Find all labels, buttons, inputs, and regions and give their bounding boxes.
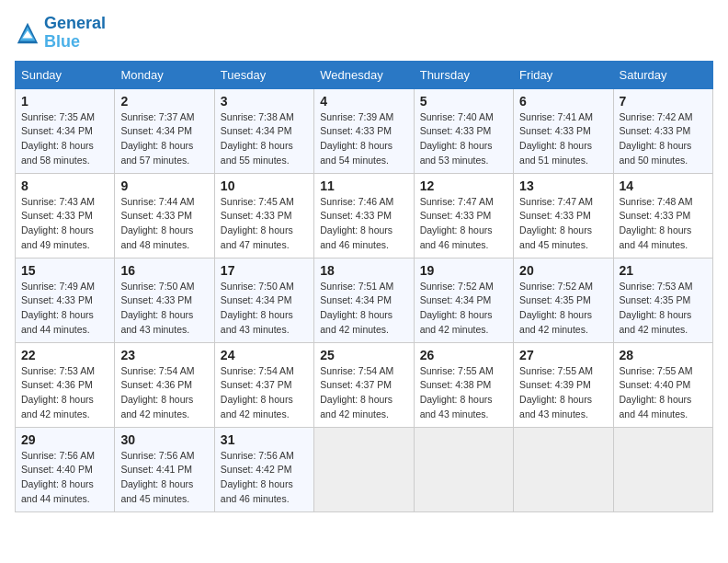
day-number: 30 xyxy=(120,432,208,447)
day-cell-11: 11 Sunrise: 7:46 AMSunset: 4:33 PMDaylig… xyxy=(314,173,414,258)
day-number: 19 xyxy=(420,263,507,278)
day-cell-26: 26 Sunrise: 7:55 AMSunset: 4:38 PMDaylig… xyxy=(414,342,513,427)
day-number: 21 xyxy=(620,263,707,278)
day-detail: Sunrise: 7:35 AMSunset: 4:34 PMDaylight:… xyxy=(21,111,95,166)
day-number: 4 xyxy=(320,94,407,109)
day-number: 6 xyxy=(519,94,607,109)
day-cell-15: 15 Sunrise: 7:49 AMSunset: 4:33 PMDaylig… xyxy=(16,258,115,342)
day-cell-23: 23 Sunrise: 7:54 AMSunset: 4:36 PMDaylig… xyxy=(115,342,214,427)
day-number: 12 xyxy=(420,178,507,193)
empty-cell xyxy=(414,427,513,511)
day-detail: Sunrise: 7:50 AMSunset: 4:34 PMDaylight:… xyxy=(221,281,294,335)
day-number: 1 xyxy=(21,94,108,109)
day-cell-28: 28 Sunrise: 7:55 AMSunset: 4:40 PMDaylig… xyxy=(613,342,712,427)
day-cell-9: 9 Sunrise: 7:44 AMSunset: 4:33 PMDayligh… xyxy=(115,173,214,258)
day-detail: Sunrise: 7:39 AMSunset: 4:33 PMDaylight:… xyxy=(320,111,393,166)
day-detail: Sunrise: 7:54 AMSunset: 4:37 PMDaylight:… xyxy=(221,365,294,419)
day-number: 8 xyxy=(21,178,108,193)
day-detail: Sunrise: 7:49 AMSunset: 4:33 PMDaylight:… xyxy=(21,281,95,335)
day-number: 20 xyxy=(519,263,607,278)
day-detail: Sunrise: 7:50 AMSunset: 4:33 PMDaylight:… xyxy=(120,281,194,335)
day-detail: Sunrise: 7:40 AMSunset: 4:33 PMDaylight:… xyxy=(420,111,494,166)
header-cell-thursday: Thursday xyxy=(414,61,513,88)
week-row-1: 1 Sunrise: 7:35 AMSunset: 4:34 PMDayligh… xyxy=(16,88,713,173)
day-cell-17: 17 Sunrise: 7:50 AMSunset: 4:34 PMDaylig… xyxy=(214,258,313,342)
calendar-header: SundayMondayTuesdayWednesdayThursdayFrid… xyxy=(16,61,713,88)
day-detail: Sunrise: 7:43 AMSunset: 4:33 PMDaylight:… xyxy=(21,196,95,250)
header-cell-friday: Friday xyxy=(514,61,613,88)
day-cell-6: 6 Sunrise: 7:41 AMSunset: 4:33 PMDayligh… xyxy=(514,88,613,173)
day-detail: Sunrise: 7:47 AMSunset: 4:33 PMDaylight:… xyxy=(519,196,593,250)
day-cell-22: 22 Sunrise: 7:53 AMSunset: 4:36 PMDaylig… xyxy=(16,342,115,427)
day-detail: Sunrise: 7:53 AMSunset: 4:36 PMDaylight:… xyxy=(21,365,95,419)
day-detail: Sunrise: 7:55 AMSunset: 4:40 PMDaylight:… xyxy=(620,365,693,419)
day-cell-29: 29 Sunrise: 7:56 AMSunset: 4:40 PMDaylig… xyxy=(16,427,115,511)
day-number: 25 xyxy=(320,348,407,362)
day-detail: Sunrise: 7:44 AMSunset: 4:33 PMDaylight:… xyxy=(120,196,194,250)
day-number: 5 xyxy=(420,94,507,109)
day-detail: Sunrise: 7:55 AMSunset: 4:39 PMDaylight:… xyxy=(519,365,593,419)
day-cell-14: 14 Sunrise: 7:48 AMSunset: 4:33 PMDaylig… xyxy=(613,173,712,258)
week-row-3: 15 Sunrise: 7:49 AMSunset: 4:33 PMDaylig… xyxy=(16,258,713,342)
day-number: 27 xyxy=(519,348,607,362)
day-cell-20: 20 Sunrise: 7:52 AMSunset: 4:35 PMDaylig… xyxy=(514,258,613,342)
day-cell-31: 31 Sunrise: 7:56 AMSunset: 4:42 PMDaylig… xyxy=(214,427,313,511)
day-detail: Sunrise: 7:51 AMSunset: 4:34 PMDaylight:… xyxy=(320,281,393,335)
day-number: 7 xyxy=(620,94,707,109)
day-cell-1: 1 Sunrise: 7:35 AMSunset: 4:34 PMDayligh… xyxy=(16,88,115,173)
day-detail: Sunrise: 7:55 AMSunset: 4:38 PMDaylight:… xyxy=(420,365,494,419)
empty-cell xyxy=(314,427,414,511)
day-detail: Sunrise: 7:54 AMSunset: 4:36 PMDaylight:… xyxy=(120,365,194,419)
day-detail: Sunrise: 7:45 AMSunset: 4:33 PMDaylight:… xyxy=(221,196,294,250)
day-number: 9 xyxy=(120,178,208,193)
day-detail: Sunrise: 7:48 AMSunset: 4:33 PMDaylight:… xyxy=(620,196,693,250)
empty-cell xyxy=(514,427,613,511)
day-number: 16 xyxy=(120,263,208,278)
day-detail: Sunrise: 7:41 AMSunset: 4:33 PMDaylight:… xyxy=(519,111,593,166)
day-number: 29 xyxy=(21,432,108,447)
day-detail: Sunrise: 7:56 AMSunset: 4:42 PMDaylight:… xyxy=(221,450,294,504)
day-cell-30: 30 Sunrise: 7:56 AMSunset: 4:41 PMDaylig… xyxy=(115,427,214,511)
day-number: 26 xyxy=(420,348,507,362)
day-cell-3: 3 Sunrise: 7:38 AMSunset: 4:34 PMDayligh… xyxy=(214,88,313,173)
day-cell-8: 8 Sunrise: 7:43 AMSunset: 4:33 PMDayligh… xyxy=(16,173,115,258)
logo-icon xyxy=(15,20,40,46)
day-detail: Sunrise: 7:46 AMSunset: 4:33 PMDaylight:… xyxy=(320,196,393,250)
header-cell-tuesday: Tuesday xyxy=(214,61,313,88)
header-cell-monday: Monday xyxy=(115,61,214,88)
week-row-5: 29 Sunrise: 7:56 AMSunset: 4:40 PMDaylig… xyxy=(16,427,713,511)
day-number: 11 xyxy=(320,178,407,193)
day-detail: Sunrise: 7:37 AMSunset: 4:34 PMDaylight:… xyxy=(120,111,194,166)
day-cell-16: 16 Sunrise: 7:50 AMSunset: 4:33 PMDaylig… xyxy=(115,258,214,342)
day-number: 17 xyxy=(221,263,308,278)
day-detail: Sunrise: 7:54 AMSunset: 4:37 PMDaylight:… xyxy=(320,365,393,419)
day-cell-12: 12 Sunrise: 7:47 AMSunset: 4:33 PMDaylig… xyxy=(414,173,513,258)
day-number: 23 xyxy=(120,348,208,362)
day-cell-13: 13 Sunrise: 7:47 AMSunset: 4:33 PMDaylig… xyxy=(514,173,613,258)
empty-cell xyxy=(613,427,712,511)
day-number: 22 xyxy=(21,348,108,362)
day-detail: Sunrise: 7:52 AMSunset: 4:35 PMDaylight:… xyxy=(519,281,593,335)
calendar-body: 1 Sunrise: 7:35 AMSunset: 4:34 PMDayligh… xyxy=(16,88,713,511)
day-detail: Sunrise: 7:42 AMSunset: 4:33 PMDaylight:… xyxy=(620,111,693,166)
day-detail: Sunrise: 7:56 AMSunset: 4:41 PMDaylight:… xyxy=(120,450,194,504)
day-number: 10 xyxy=(221,178,308,193)
day-number: 31 xyxy=(221,432,308,447)
day-cell-18: 18 Sunrise: 7:51 AMSunset: 4:34 PMDaylig… xyxy=(314,258,414,342)
day-number: 15 xyxy=(21,263,108,278)
header-row: SundayMondayTuesdayWednesdayThursdayFrid… xyxy=(16,61,713,88)
day-cell-4: 4 Sunrise: 7:39 AMSunset: 4:33 PMDayligh… xyxy=(314,88,414,173)
header-cell-sunday: Sunday xyxy=(16,61,115,88)
day-cell-5: 5 Sunrise: 7:40 AMSunset: 4:33 PMDayligh… xyxy=(414,88,513,173)
day-detail: Sunrise: 7:53 AMSunset: 4:35 PMDaylight:… xyxy=(620,281,693,335)
day-cell-27: 27 Sunrise: 7:55 AMSunset: 4:39 PMDaylig… xyxy=(514,342,613,427)
day-cell-2: 2 Sunrise: 7:37 AMSunset: 4:34 PMDayligh… xyxy=(115,88,214,173)
week-row-2: 8 Sunrise: 7:43 AMSunset: 4:33 PMDayligh… xyxy=(16,173,713,258)
day-number: 24 xyxy=(221,348,308,362)
day-number: 2 xyxy=(120,94,208,109)
day-detail: Sunrise: 7:47 AMSunset: 4:33 PMDaylight:… xyxy=(420,196,494,250)
page-header: General Blue xyxy=(15,15,713,52)
day-detail: Sunrise: 7:38 AMSunset: 4:34 PMDaylight:… xyxy=(221,111,294,166)
day-cell-10: 10 Sunrise: 7:45 AMSunset: 4:33 PMDaylig… xyxy=(214,173,313,258)
day-number: 14 xyxy=(620,178,707,193)
